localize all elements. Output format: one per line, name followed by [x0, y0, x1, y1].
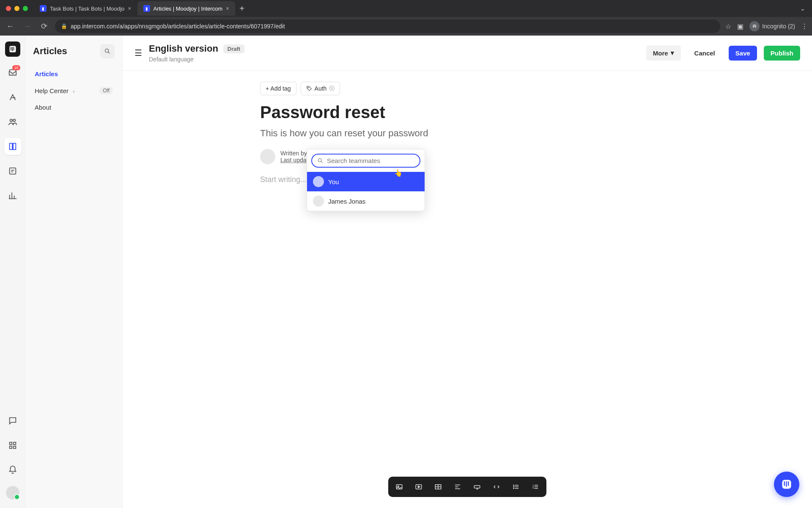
svg-point-0 — [753, 26, 754, 27]
teammate-search-field[interactable] — [311, 154, 420, 168]
sidebar-title: Articles — [33, 46, 67, 57]
written-by-prefix: Written by — [280, 150, 309, 157]
sidebar-toggle-button[interactable]: ☰ — [134, 48, 142, 58]
tag-chip[interactable]: Auth ⓧ — [301, 82, 340, 95]
svg-rect-4 — [12, 47, 13, 51]
intercom-launcher[interactable] — [774, 472, 799, 497]
window-close-icon[interactable] — [6, 6, 11, 11]
bookmark-star-icon[interactable]: ☆ — [725, 22, 731, 30]
search-icon — [317, 157, 324, 164]
rail-apps[interactable] — [4, 437, 21, 454]
rail-notifications[interactable] — [4, 461, 21, 478]
tabs-dropdown-icon[interactable]: ⌄ — [798, 5, 808, 12]
incognito-icon — [749, 21, 760, 31]
editor-wrap: + Add tag Auth ⓧ Password reset This is … — [123, 71, 812, 508]
topbar: ☰ English version Draft Default language… — [123, 36, 812, 71]
messenger-icon — [781, 478, 793, 490]
svg-point-14 — [307, 87, 308, 88]
sidebar-search-button[interactable] — [100, 44, 115, 58]
svg-point-1 — [755, 26, 757, 27]
window-zoom-icon[interactable] — [23, 6, 28, 11]
teammate-option-you[interactable]: You — [307, 172, 425, 191]
cancel-button[interactable]: Cancel — [688, 46, 722, 61]
new-tab-button[interactable]: + — [235, 4, 249, 14]
add-tag-button[interactable]: + Add tag — [260, 82, 296, 95]
panel-icon[interactable]: ▣ — [737, 22, 743, 30]
url-text: app.intercom.com/a/apps/nnsgmgob/article… — [71, 23, 285, 30]
window-minimize-icon[interactable] — [14, 6, 19, 11]
inbox-badge: 18 — [12, 65, 20, 70]
svg-point-15 — [318, 159, 322, 162]
rail-messenger[interactable] — [4, 412, 21, 429]
tab-title: Task Bots | Task Bots | Moodjo — [50, 6, 124, 12]
sidebar-item-help-center[interactable]: Help Center › Off — [30, 83, 117, 99]
svg-rect-9 — [9, 442, 12, 445]
align-button[interactable] — [451, 480, 464, 494]
tab-close-icon[interactable]: × — [226, 5, 229, 12]
remove-tag-icon[interactable]: ⓧ — [329, 85, 335, 92]
browser-tab-inactive[interactable]: ▮ Task Bots | Task Bots | Moodjo × — [34, 1, 137, 16]
insert-code-button[interactable] — [490, 480, 503, 494]
address-bar: ← → ⟳ 🔒 app.intercom.com/a/apps/nnsgmgob… — [0, 17, 812, 36]
sidebar: Articles Articles Help Center › Off Abou… — [25, 36, 123, 508]
teammate-option-james[interactable]: James Jonas — [307, 191, 425, 211]
rail-inbox[interactable]: 18 — [4, 64, 21, 81]
more-button[interactable]: More ▾ — [646, 45, 681, 61]
kebab-menu-icon[interactable]: ⋮ — [801, 22, 808, 30]
svg-rect-20 — [474, 486, 480, 488]
insert-table-button[interactable] — [431, 480, 445, 494]
intercom-logo[interactable] — [5, 41, 20, 57]
svg-rect-11 — [9, 446, 12, 449]
chevron-right-icon: › — [73, 88, 74, 94]
svg-point-22 — [513, 486, 514, 487]
tab-close-icon[interactable]: × — [128, 5, 131, 12]
search-icon — [104, 48, 111, 55]
svg-rect-29 — [786, 481, 787, 487]
main-pane: ☰ English version Draft Default language… — [123, 36, 812, 508]
browser-tab-active[interactable]: ▮ Articles | Moodjoy | Intercom × — [137, 1, 236, 16]
article-subtitle-input[interactable]: This is how you can reset your password — [260, 128, 675, 139]
rail-articles[interactable] — [4, 138, 21, 155]
avatar — [313, 176, 324, 187]
save-button[interactable]: Save — [729, 46, 757, 61]
article-title-input[interactable]: Password reset — [260, 103, 675, 122]
caret-down-icon: ▾ — [671, 49, 674, 57]
back-button[interactable]: ← — [4, 22, 16, 31]
tag-icon — [306, 86, 312, 91]
svg-point-23 — [513, 488, 514, 489]
url-field[interactable]: 🔒 app.intercom.com/a/apps/nnsgmgob/artic… — [55, 19, 720, 33]
rail-user-avatar[interactable] — [6, 486, 19, 500]
rail-operator[interactable] — [4, 163, 21, 179]
rail-contacts[interactable] — [4, 113, 21, 130]
more-label: More — [653, 50, 668, 57]
author-avatar — [260, 149, 275, 164]
rail-reports[interactable] — [4, 187, 21, 204]
svg-rect-3 — [11, 47, 11, 50]
svg-rect-5 — [13, 47, 14, 50]
document-title: English version — [149, 43, 218, 54]
insert-image-button[interactable] — [392, 480, 406, 494]
insert-video-button[interactable] — [412, 480, 425, 494]
svg-text:3: 3 — [532, 487, 534, 489]
numbered-list-button[interactable]: 123 — [529, 480, 542, 494]
incognito-indicator[interactable]: Incognito (2) — [749, 21, 795, 31]
teammate-search-input[interactable] — [327, 157, 414, 164]
svg-rect-30 — [788, 481, 789, 486]
forward-button[interactable]: → — [21, 22, 33, 31]
rail-outbound[interactable] — [4, 89, 21, 106]
format-toolbar: 123 — [388, 477, 546, 497]
publish-button[interactable]: Publish — [764, 46, 800, 61]
svg-rect-12 — [13, 446, 16, 449]
insert-button-button[interactable] — [470, 480, 484, 494]
icon-rail: 18 — [0, 36, 25, 508]
reload-button[interactable]: ⟳ — [38, 22, 50, 31]
avatar — [313, 196, 324, 207]
sidebar-item-about[interactable]: About — [30, 99, 117, 115]
sidebar-item-articles[interactable]: Articles — [30, 66, 117, 82]
teammate-label: You — [328, 178, 339, 185]
article-editor: + Add tag Auth ⓧ Password reset This is … — [260, 82, 675, 508]
bullet-list-button[interactable] — [509, 480, 523, 494]
window-traffic-lights[interactable] — [6, 6, 28, 11]
sidebar-item-label: Articles — [35, 70, 58, 77]
browser-chrome: ▮ Task Bots | Task Bots | Moodjo × ▮ Art… — [0, 0, 812, 36]
